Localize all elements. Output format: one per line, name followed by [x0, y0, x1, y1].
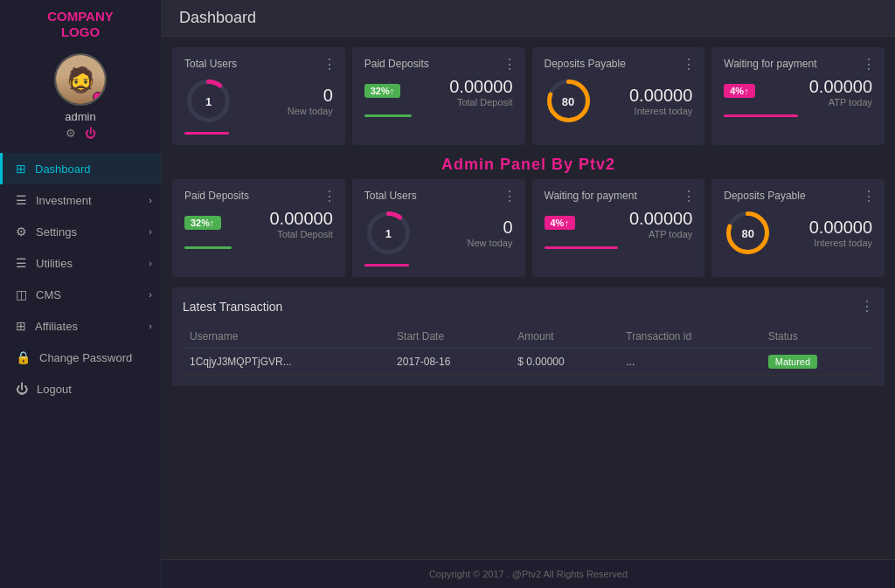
deposits-payable-value-area: 0.00000 Interest today: [603, 86, 693, 116]
paid-deposits-2-sub: Total Deposit: [232, 229, 333, 239]
admin-icons: ⚙ ⏻: [66, 127, 96, 140]
dashboard-icon: ⊞: [16, 162, 26, 176]
deposits-payable-sub: Interest today: [603, 106, 693, 116]
transaction-section-header: Latest Transaction ⋮: [183, 298, 874, 315]
logo-line1: COMPANY: [47, 9, 114, 24]
bottom-cards-grid: Paid Deposits ⋮ 32%↑ 0.00000 Total Depos…: [162, 176, 895, 282]
cell-status: Matured: [761, 349, 874, 376]
sidebar-item-affiliates[interactable]: ⊞ Affiliates ›: [0, 310, 161, 342]
card-menu-waiting-payment[interactable]: ⋮: [862, 56, 876, 73]
card-waiting-payment-2-title: Waiting for payment: [545, 190, 693, 202]
transaction-section: Latest Transaction ⋮ Username Start Date…: [172, 287, 885, 386]
total-users-2-value-area: 0 New today: [423, 218, 513, 248]
deposits-payable-2-sub: Interest today: [782, 238, 872, 248]
col-amount: Amount: [510, 325, 619, 349]
chevron-right-icon: ›: [149, 195, 152, 205]
card-menu-waiting-payment-2[interactable]: ⋮: [682, 188, 696, 204]
deposits-payable-2-value-area: 0.00000 Interest today: [782, 218, 872, 248]
sidebar-item-utilities[interactable]: ☰ Utilities ›: [0, 247, 161, 279]
page-header: Dashboard: [162, 0, 895, 37]
chevron-right-utilities-icon: ›: [149, 258, 152, 268]
transaction-section-menu-icon[interactable]: ⋮: [860, 298, 874, 315]
sidebar-item-dashboard[interactable]: ⊞ Dashboard: [0, 153, 161, 184]
card-total-users: Total Users ⋮ 1 0 New today: [172, 47, 345, 145]
sidebar-item-settings[interactable]: ⚙ Settings ›: [0, 216, 161, 247]
paid-deposits-value-area: 0.00000 Total Deposit: [411, 77, 512, 107]
table-row: 1CqjyJ3MQPTjGVR... 2017-08-16 $ 0.00000 …: [183, 349, 874, 376]
investment-icon: ☰: [16, 193, 27, 207]
deposits-payable-value: 0.00000: [603, 86, 693, 106]
cell-amount: $ 0.00000: [510, 349, 619, 376]
card-deposits-payable-2-body: 80 0.00000 Interest today: [724, 209, 872, 257]
sidebar-item-investment[interactable]: ☰ Investment ›: [0, 184, 161, 216]
col-start-date: Start Date: [390, 325, 510, 349]
sidebar-label-settings: Settings: [36, 225, 148, 239]
waiting-payment-value: 0.00000: [766, 77, 872, 97]
card-deposits-payable-title: Deposits Payable: [545, 58, 693, 70]
table-header-row: Username Start Date Amount Transaction i…: [183, 325, 874, 349]
paid-deposits-badge: 32%↑: [364, 84, 401, 98]
total-users-gauge: 1: [184, 77, 232, 125]
col-username: Username: [183, 325, 390, 349]
card-menu-total-users[interactable]: ⋮: [323, 56, 336, 73]
sidebar-label-cms: CMS: [36, 288, 148, 301]
avatar-area: 🧔 admin ⚙ ⏻: [54, 53, 107, 140]
waiting-payment-2-progress: [545, 246, 619, 249]
card-menu-deposits-payable[interactable]: ⋮: [682, 56, 696, 73]
total-users-progress: [184, 132, 229, 135]
waiting-payment-2-badge: 4%↑: [545, 216, 575, 230]
main-content: Dashboard Total Users ⋮ 1 0 New today: [162, 0, 895, 588]
waiting-payment-2-value-area: 0.00000 ATP today: [586, 209, 692, 239]
gauge-label-total-users-2: 1: [385, 226, 392, 239]
deposits-payable-2-value: 0.00000: [782, 218, 872, 238]
paid-deposits-progress: [364, 114, 412, 117]
avatar-emoji: 🧔: [56, 55, 105, 104]
card-paid-deposits-2-body: 32%↑ 0.00000 Total Deposit: [184, 209, 333, 239]
chevron-right-settings-icon: ›: [149, 226, 152, 237]
cms-icon: ◫: [16, 287, 27, 301]
card-menu-paid-deposits[interactable]: ⋮: [503, 56, 517, 73]
col-status: Status: [761, 325, 874, 349]
paid-deposits-2-value: 0.00000: [232, 209, 333, 229]
power-icon[interactable]: ⏻: [85, 127, 96, 140]
logo-area: COMPANY LOGO: [47, 9, 114, 40]
card-waiting-payment: Waiting for payment ⋮ 4%↑ 0.00000 ATP to…: [711, 47, 885, 145]
sidebar-item-change-password[interactable]: 🔒 Change Password: [0, 342, 161, 373]
card-menu-deposits-payable-2[interactable]: ⋮: [862, 188, 876, 204]
card-menu-paid-deposits-2[interactable]: ⋮: [323, 188, 336, 204]
deposits-payable-gauge: 80: [545, 77, 593, 125]
card-deposits-payable: Deposits Payable ⋮ 80 0.00000 Interest t…: [532, 47, 705, 145]
page-title: Dashboard: [179, 9, 256, 26]
settings-icon[interactable]: ⚙: [66, 127, 76, 140]
waiting-payment-2-sub: ATP today: [586, 229, 692, 239]
nav-menu: ⊞ Dashboard ☰ Investment › ⚙ Settings › …: [0, 153, 161, 405]
affiliates-icon: ⊞: [16, 319, 26, 333]
waiting-payment-badge-area: 4%↑: [724, 82, 754, 103]
total-users-2-value: 0: [423, 218, 513, 238]
status-badge: Matured: [768, 355, 817, 369]
sidebar-item-cms[interactable]: ◫ CMS ›: [0, 279, 161, 310]
waiting-payment-progress: [724, 114, 798, 117]
top-cards-grid: Total Users ⋮ 1 0 New today Paid Depos: [162, 37, 895, 150]
waiting-payment-2-value: 0.00000: [586, 209, 692, 229]
col-transaction-id: Transaction id: [619, 325, 760, 349]
card-menu-total-users-2[interactable]: ⋮: [503, 188, 517, 204]
card-waiting-payment-2-body: 4%↑ 0.00000 ATP today: [545, 209, 693, 239]
total-users-2-sub: New today: [423, 238, 513, 248]
watermark: Admin Panel By Ptv2: [162, 150, 895, 176]
card-paid-deposits: Paid Deposits ⋮ 32%↑ 0.00000 Total Depos…: [352, 47, 525, 145]
chevron-right-affiliates-icon: ›: [149, 321, 152, 331]
sidebar-label-affiliates: Affiliates: [35, 320, 148, 333]
logout-icon: ⏻: [16, 382, 28, 396]
utilities-icon: ☰: [16, 256, 27, 270]
sidebar-item-logout[interactable]: ⏻ Logout: [0, 373, 161, 405]
card-total-users-body: 1 0 New today: [184, 77, 333, 125]
card-total-users-title: Total Users: [184, 58, 333, 70]
card-deposits-payable-2-title: Deposits Payable: [724, 190, 872, 202]
card-waiting-payment-body: 4%↑ 0.00000 ATP today: [724, 77, 872, 107]
transaction-section-title: Latest Transaction: [183, 300, 282, 314]
waiting-payment-sub: ATP today: [766, 97, 872, 107]
waiting-payment-value-area: 0.00000 ATP today: [766, 77, 872, 107]
transaction-table: Username Start Date Amount Transaction i…: [183, 325, 874, 376]
sidebar-label-change-password: Change Password: [39, 351, 148, 364]
